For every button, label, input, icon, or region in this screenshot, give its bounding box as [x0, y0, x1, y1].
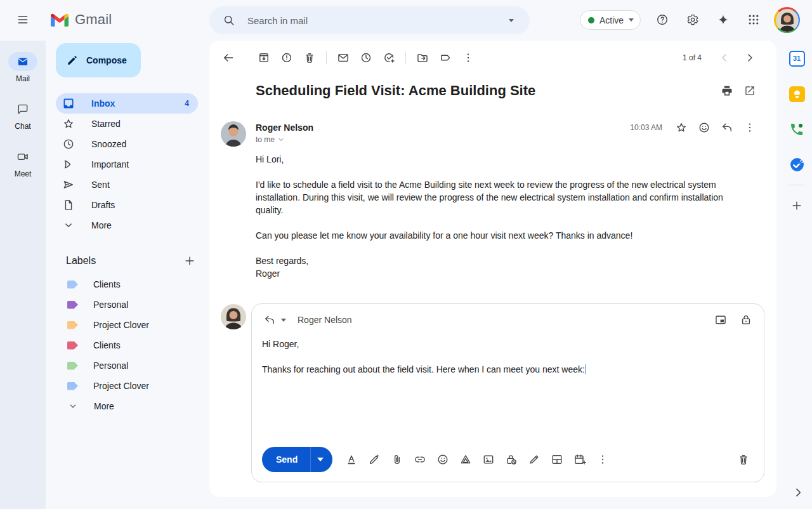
message-more-button[interactable]	[738, 116, 761, 139]
compose-button[interactable]: Compose	[56, 43, 141, 77]
insert-link-button[interactable]	[409, 448, 431, 471]
account-avatar[interactable]	[774, 7, 800, 33]
recipient-details[interactable]: to me	[256, 135, 285, 144]
sidebar-item-drafts[interactable]: Drafts	[46, 195, 209, 215]
search-button[interactable]	[218, 10, 240, 31]
compose-toolbar: Send	[262, 447, 614, 472]
layouts-button[interactable]	[546, 448, 568, 471]
snooze-button[interactable]	[355, 46, 377, 69]
show-side-panel-button[interactable]	[787, 481, 809, 504]
sidebar-item-snoozed[interactable]: Snoozed	[46, 134, 209, 154]
older-button[interactable]	[738, 46, 761, 69]
reply-line-1: Hi Roger,	[262, 338, 750, 350]
search-input[interactable]: Search in mail	[247, 15, 502, 26]
apps-button[interactable]	[742, 8, 765, 31]
sidebar-item-inbox[interactable]: Inbox 4	[56, 93, 198, 114]
reply-button[interactable]	[716, 116, 738, 139]
label-item[interactable]: Personal	[46, 355, 209, 376]
print-button[interactable]	[716, 79, 738, 102]
menu-icon	[16, 13, 29, 26]
confidential-mode-button[interactable]	[500, 448, 523, 471]
search-bar[interactable]: Search in mail	[209, 6, 530, 34]
paperclip-icon	[391, 453, 403, 466]
label-item[interactable]: Project Clover	[46, 376, 209, 396]
voice-app-button[interactable]	[785, 118, 808, 141]
back-button[interactable]	[217, 46, 240, 69]
delete-button[interactable]	[298, 46, 321, 69]
send-button-group[interactable]: Send	[262, 447, 332, 472]
calendar-plus-icon	[573, 453, 586, 466]
insert-photo-button[interactable]	[477, 448, 500, 471]
help-me-write-button[interactable]	[363, 448, 386, 471]
report-spam-button[interactable]	[275, 46, 298, 69]
reply-body-input[interactable]: Hi Roger, Thanks for reaching out about …	[262, 338, 750, 376]
plus-icon	[183, 255, 196, 267]
label-tag-icon	[67, 341, 78, 350]
send-icon	[62, 178, 75, 191]
sidebar-item-important[interactable]: Important	[46, 154, 209, 175]
calendar-app-button[interactable]: 31	[785, 47, 808, 70]
labels-header: Labels	[66, 251, 199, 270]
label-tag-icon	[439, 51, 452, 64]
archive-button[interactable]	[252, 46, 275, 69]
sidebar-item-more[interactable]: More	[46, 215, 209, 235]
newer-button[interactable]	[713, 46, 736, 69]
gemini-button[interactable]	[712, 8, 735, 31]
rail-item-meet[interactable]: Meet	[0, 147, 46, 178]
labels-more[interactable]: More	[46, 396, 209, 416]
move-to-button[interactable]	[411, 46, 434, 69]
keep-app-button[interactable]	[785, 83, 808, 105]
compose-more-button[interactable]	[591, 448, 614, 471]
apps-grid-icon	[747, 13, 760, 26]
formatting-options-button[interactable]	[340, 448, 363, 471]
search-options-button[interactable]	[502, 11, 521, 30]
labels-button[interactable]	[434, 46, 457, 69]
tasks-app-button[interactable]	[785, 153, 808, 176]
open-in-new-button[interactable]	[738, 79, 761, 102]
label-item[interactable]: Personal	[46, 294, 209, 315]
sender-avatar[interactable]	[221, 121, 246, 147]
reply-type-button[interactable]	[262, 312, 277, 327]
folder-move-icon	[416, 51, 429, 64]
mail-icon	[16, 55, 29, 68]
status-chip[interactable]: Active	[580, 10, 641, 30]
rail-item-mail[interactable]: Mail	[0, 52, 46, 83]
send-options-button[interactable]	[311, 458, 332, 461]
emoji-icon	[698, 121, 710, 134]
sidebar-item-label: More	[91, 220, 112, 230]
label-item[interactable]: Project Clover	[46, 315, 209, 335]
sidebar-item-starred[interactable]: Starred	[46, 114, 209, 134]
pen-icon	[528, 453, 540, 466]
help-button[interactable]	[651, 8, 674, 31]
label-item[interactable]: Clients	[46, 335, 209, 355]
star-button[interactable]	[670, 116, 693, 139]
gemini-sparkle-icon	[717, 13, 730, 26]
email-paragraph: I'd like to schedule a field visit to th…	[256, 178, 738, 216]
gmail-logo[interactable]: Gmail	[51, 11, 112, 28]
send-button[interactable]: Send	[262, 454, 310, 465]
popout-reply-button[interactable]	[713, 312, 728, 327]
discard-draft-button[interactable]	[732, 448, 755, 471]
main-menu-button[interactable]	[11, 8, 34, 31]
create-label-button[interactable]	[180, 251, 199, 270]
insert-emoji-button[interactable]	[431, 448, 454, 471]
confidential-lock-button[interactable]	[738, 312, 754, 327]
set-up-time-button[interactable]	[568, 448, 591, 471]
get-addons-button[interactable]	[785, 194, 808, 217]
label-item[interactable]: Clients	[46, 274, 209, 294]
label-name: Clients	[93, 340, 121, 350]
sidebar-item-sent[interactable]: Sent	[46, 175, 209, 195]
label-name: Project Clover	[93, 381, 149, 391]
reply-recipient[interactable]: Roger Nelson	[298, 315, 352, 325]
toolbar-more-button[interactable]	[457, 46, 480, 69]
attach-files-button[interactable]	[386, 448, 409, 471]
insert-from-drive-button[interactable]	[454, 448, 477, 471]
emoji-reaction-button[interactable]	[693, 116, 716, 139]
settings-button[interactable]	[681, 8, 704, 31]
rail-item-chat[interactable]: Chat	[0, 100, 46, 131]
chevron-right-icon	[792, 486, 804, 499]
caret-down-icon[interactable]	[281, 319, 286, 322]
add-to-tasks-button[interactable]	[377, 46, 400, 69]
insert-signature-button[interactable]	[523, 448, 546, 471]
mark-unread-button[interactable]	[332, 46, 355, 69]
